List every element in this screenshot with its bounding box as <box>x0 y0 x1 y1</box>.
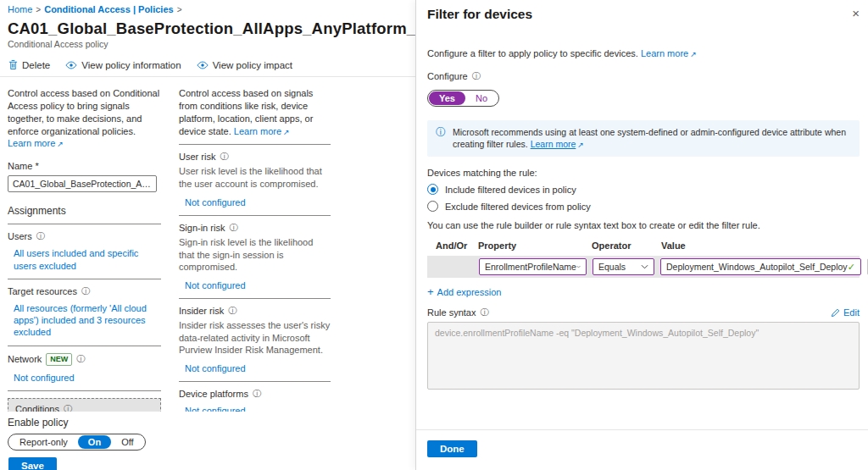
sign-in-risk-description: Sign-in risk level is the likelihood tha… <box>179 236 331 274</box>
info-icon: ⓘ <box>436 127 446 137</box>
view-policy-information-button[interactable]: View policy information <box>65 60 181 70</box>
rule-builder-headers: And/Or Property Operator Value <box>427 241 860 251</box>
value-input[interactable]: Deployment_Windows_Autopilot_Self_Deploy… <box>660 258 861 275</box>
filter-for-devices-panel: Filter for devices × Configure a filter … <box>415 0 868 470</box>
learn-more-link[interactable]: Learn more <box>234 126 281 136</box>
breadcrumb-home-link[interactable]: Home <box>8 4 32 14</box>
operator-column-header: Operator <box>589 241 657 251</box>
done-button[interactable]: Done <box>427 440 477 457</box>
rule-builder-row: EnrollmentProfileName Equals Deployment_… <box>427 256 860 278</box>
edit-label: Edit <box>843 307 860 318</box>
info-icon: ⓘ <box>480 308 488 317</box>
learn-more-link[interactable]: Learn more <box>8 138 55 148</box>
configure-toggle-row: Yes No <box>427 85 860 107</box>
page-title: CA01_Global_BaseProtection_AllApps_AnyPl… <box>8 19 415 38</box>
breadcrumb: Home>Conditional Access | Policies> <box>0 0 415 16</box>
policy-name-input[interactable] <box>8 175 157 192</box>
users-label: Users <box>8 231 32 241</box>
user-risk-label: User risk <box>179 152 215 162</box>
title-row: CA01_Global_BaseProtection_AllApps_AnyPl… <box>0 16 415 38</box>
rule-syntax-label-row: Rule syntax ⓘ <box>427 307 488 318</box>
target-resources-value-link[interactable]: All resources (formerly 'All cloud apps'… <box>14 302 161 339</box>
property-dropdown[interactable]: EnrollmentProfileName <box>479 258 587 275</box>
breadcrumb-separator: > <box>36 5 41 14</box>
user-risk-value-link[interactable]: Not configured <box>185 196 331 208</box>
external-link-icon: ↗ <box>283 128 290 136</box>
add-expression-label: Add expression <box>437 287 502 297</box>
property-dropdown-value: EnrollmentProfileName <box>485 262 576 272</box>
user-risk-label-row: User risk ⓘ <box>179 152 331 162</box>
enable-policy-toggle: Report-only On Off <box>8 434 146 451</box>
value-input-text: Deployment_Windows_Autopilot_Self_Deploy <box>666 262 848 272</box>
enable-policy-label: Enable policy <box>8 417 415 429</box>
info-icon: ⓘ <box>253 390 261 398</box>
add-expression-button[interactable]: + Add expression <box>427 286 860 297</box>
value-column-header: Value <box>657 241 860 251</box>
insider-risk-description: Insider risk assesses the user's risky d… <box>179 319 331 357</box>
devices-matching-label: Devices matching the rule: <box>427 168 860 178</box>
network-label: Network <box>8 354 42 364</box>
toggle-yes[interactable]: Yes <box>429 91 465 105</box>
screen: { "breadcrumb": {"home": "Home", "sectio… <box>0 0 868 470</box>
close-icon[interactable]: × <box>852 7 860 19</box>
toggle-no[interactable]: No <box>465 91 498 105</box>
divider <box>179 298 331 299</box>
trash-icon <box>8 59 18 70</box>
save-row: Save <box>8 457 415 470</box>
target-resources-label: Target resources <box>8 286 77 296</box>
radio-selected-icon <box>427 184 438 195</box>
divider <box>179 215 331 216</box>
divider <box>8 224 161 224</box>
user-risk-description: User risk level is the likelihood that t… <box>179 165 331 190</box>
info-icon: ⓘ <box>76 355 85 363</box>
assignments-heading: Assignments <box>8 205 161 217</box>
policy-page: Home>Conditional Access | Policies> CA01… <box>0 0 415 470</box>
delete-button[interactable]: Delete <box>8 59 50 70</box>
divider <box>179 381 331 382</box>
view-policy-information-label: View policy information <box>81 60 181 70</box>
valid-check-icon: ✓ <box>848 262 855 273</box>
view-policy-impact-button[interactable]: View policy impact <box>197 60 292 70</box>
external-link-icon: ↗ <box>57 140 64 148</box>
network-value-link[interactable]: Not configured <box>14 372 161 384</box>
andor-column-header: And/Or <box>427 241 476 251</box>
toggle-on[interactable]: On <box>78 435 111 449</box>
save-button[interactable]: Save <box>8 457 57 470</box>
device-platforms-label: Device platforms <box>179 389 248 399</box>
breadcrumb-policies-link[interactable]: Conditional Access | Policies <box>44 4 173 14</box>
breadcrumb-separator: > <box>177 5 182 14</box>
plus-icon: + <box>427 286 434 297</box>
toggle-report-only[interactable]: Report-only <box>9 435 78 449</box>
name-label: Name * <box>8 161 161 171</box>
panel-body: Configure a filter to apply policy to sp… <box>416 48 868 390</box>
edit-rule-syntax-button[interactable]: Edit <box>831 307 860 318</box>
insider-risk-value-link[interactable]: Not configured <box>185 362 331 374</box>
external-link-icon: ↗ <box>577 141 584 149</box>
rule-syntax-label: Rule syntax <box>427 307 476 318</box>
page-subtitle: Conditional Access policy <box>0 38 415 54</box>
divider <box>8 346 161 346</box>
toggle-off[interactable]: Off <box>111 435 143 449</box>
sign-in-risk-label-row: Sign-in risk ⓘ <box>179 223 331 233</box>
learn-more-link[interactable]: Learn more <box>641 48 688 58</box>
info-icon: ⓘ <box>220 152 228 161</box>
users-value-link[interactable]: All users included and specific users ex… <box>14 247 161 272</box>
insider-risk-label-row: Insider risk ⓘ <box>179 306 331 316</box>
network-label-row: Network NEW ⓘ <box>8 353 161 366</box>
panel-footer: Done <box>416 429 868 470</box>
operator-dropdown[interactable]: Equals <box>593 258 654 275</box>
sign-in-risk-value-link[interactable]: Not configured <box>185 279 331 291</box>
include-filtered-devices-radio[interactable]: Include filtered devices in policy <box>427 184 860 195</box>
banner-learn-more-link[interactable]: Learn more <box>531 139 576 149</box>
info-icon: ⓘ <box>81 287 90 296</box>
target-resources-label-row: Target resources ⓘ <box>8 286 161 296</box>
info-icon: ⓘ <box>36 232 45 241</box>
operator-dropdown-value: Equals <box>598 262 626 272</box>
configure-label-row: Configure ⓘ <box>427 71 860 81</box>
external-link-icon: ↗ <box>690 50 697 58</box>
exclude-filtered-devices-radio[interactable]: Exclude filtered devices from policy <box>427 201 860 212</box>
rule-syntax-textarea[interactable]: device.enrollmentProfileName -eq "Deploy… <box>427 322 860 390</box>
chevron-down-icon <box>641 264 648 269</box>
banner-message: Microsoft recommends using at least one … <box>453 127 846 149</box>
pencil-icon <box>831 308 840 318</box>
